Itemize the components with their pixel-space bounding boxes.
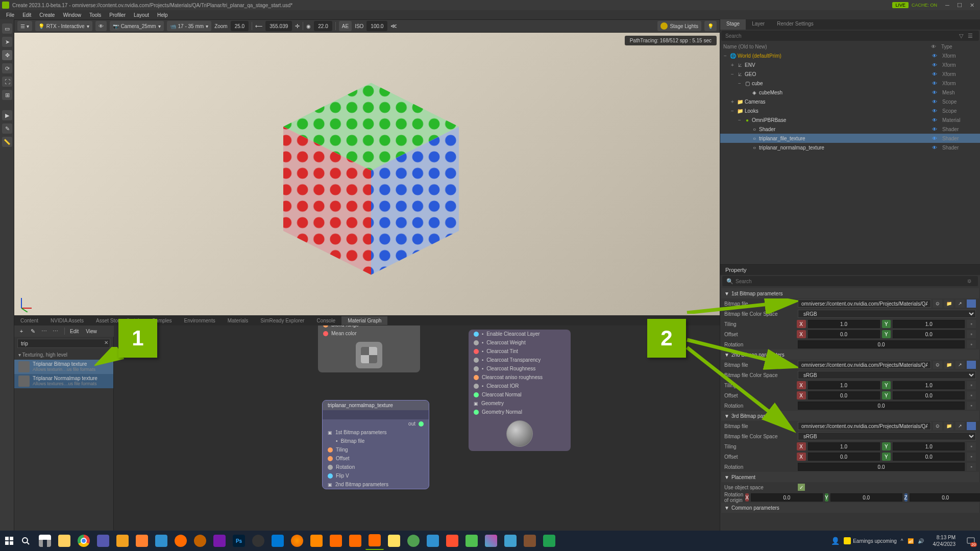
insert-icon[interactable]: ⊙ — [933, 361, 942, 369]
graph-canvas[interactable]: Blend range Mean color triplanar_normalm… — [114, 325, 720, 531]
bitmap-file-input-2[interactable] — [798, 361, 931, 369]
taskbar-omniverse-1[interactable] — [327, 532, 345, 550]
menu-file[interactable]: File — [2, 11, 18, 19]
colorspace-select-3[interactable]: sRGB — [798, 432, 976, 440]
visibility-toggle[interactable]: 👁 — [927, 71, 942, 77]
tiling-y-2[interactable] — [893, 381, 965, 389]
tool-snap[interactable]: ⊞ — [2, 90, 12, 100]
tab-content[interactable]: Content — [14, 316, 44, 325]
taskbar-teams[interactable] — [94, 532, 112, 550]
taskbar-app-4[interactable] — [307, 532, 326, 550]
tray-people-icon[interactable]: 👤 — [831, 537, 840, 545]
taskbar-houdini[interactable] — [172, 532, 190, 550]
link-icon[interactable]: ↗ — [955, 299, 965, 308]
stage-search-input[interactable] — [725, 33, 957, 39]
port-clearcoat-roughness[interactable]: Clearcoat Roughness — [486, 366, 535, 371]
tree-toggle[interactable]: + — [729, 62, 736, 68]
tree-toggle[interactable]: + — [729, 99, 736, 105]
tool-rotate[interactable]: ⟳ — [2, 63, 12, 73]
property-tab[interactable]: Property — [720, 265, 980, 275]
reset-icon[interactable]: ▫ — [967, 463, 976, 471]
visibility-toggle[interactable]: 👁 — [927, 90, 942, 95]
focal-value[interactable]: 355.039 — [265, 21, 292, 31]
tab-render-settings[interactable]: Render Settings — [771, 19, 820, 30]
taskbar-taskview[interactable] — [36, 532, 54, 550]
port-mean-color[interactable]: Mean color — [331, 331, 356, 336]
tool-play[interactable]: ▶ — [2, 110, 12, 120]
tool-select[interactable]: ▭ — [2, 23, 12, 34]
header-type[interactable]: Type — [941, 44, 977, 49]
tree-row-shader[interactable]: ○Shader👁Shader — [720, 124, 980, 134]
visibility-toggle[interactable]: 👁 — [927, 145, 942, 151]
port-blend-range[interactable]: Blend range — [331, 325, 359, 328]
colorspace-select-1[interactable]: sRGB — [798, 310, 976, 318]
zoom-value[interactable]: 25.0 — [231, 21, 249, 31]
reset-icon[interactable]: ▫ — [967, 402, 976, 410]
tree-row-triplanar_file_texture[interactable]: ○triplanar_file_texture👁Shader — [720, 134, 980, 143]
port-clearcoat-ior[interactable]: Clearcoat IOR — [486, 383, 519, 389]
section-common-params[interactable]: ▼ Common parameters — [721, 503, 979, 513]
menu-tools[interactable]: Tools — [85, 11, 105, 19]
tree-row-triplanar_normalmap_texture[interactable]: ○triplanar_normalmap_texture👁Shader — [720, 143, 980, 152]
taskbar-app-1[interactable] — [113, 532, 132, 550]
reset-icon[interactable]: ▫ — [967, 320, 976, 328]
tree-row-looks[interactable]: −📁Looks👁Scope — [720, 106, 980, 115]
taskbar-explorer[interactable] — [55, 532, 74, 550]
clear-search-icon[interactable]: ✕ — [104, 340, 108, 345]
tree-row-env[interactable]: +⟀ENV👁Xform — [720, 60, 980, 69]
rot-origin-x[interactable] — [751, 493, 823, 502]
menu-create[interactable]: Create — [35, 11, 59, 19]
port-rotation[interactable]: Rotation — [336, 464, 355, 470]
taskbar-stickies[interactable] — [385, 532, 403, 550]
tab-materials[interactable]: Materials — [222, 316, 255, 325]
visibility-toggle[interactable]: 👁 — [927, 53, 942, 59]
taskbar-app-5[interactable] — [404, 532, 423, 550]
add-button[interactable]: + — [17, 327, 26, 335]
taskbar-everything[interactable] — [133, 532, 151, 550]
tab-layer[interactable]: Layer — [746, 19, 771, 30]
header-name[interactable]: Name (Old to New) — [723, 44, 926, 49]
bitmap-file-input-3[interactable] — [798, 422, 931, 430]
rotation-3[interactable] — [798, 463, 965, 471]
taskbar-chrome[interactable] — [75, 532, 93, 550]
swatch-icon[interactable] — [967, 361, 976, 369]
taskbar-omniverse-2[interactable] — [346, 532, 364, 550]
visibility-toggle[interactable]: 👁 — [927, 108, 942, 114]
offset-y-3[interactable] — [893, 453, 965, 461]
maximize-button[interactable]: ☐ — [953, 1, 966, 9]
tray-clock[interactable]: 8:13 PM 4/24/2023 — [928, 534, 961, 547]
offset-x-2[interactable] — [808, 391, 880, 399]
port-enable-clearcoat[interactable]: Enable Clearcoat Layer — [486, 331, 540, 337]
port-clearcoat-normal[interactable]: Clearcoat Normal — [482, 392, 522, 397]
tool-move[interactable]: ✥ — [2, 50, 12, 60]
reset-icon[interactable]: ▫ — [967, 442, 976, 450]
folder-icon[interactable]: 📁 — [944, 299, 953, 308]
tiling-y-3[interactable] — [893, 442, 965, 450]
viewport[interactable]: PathTracing: 168/512 spp : 5.15 sec — [14, 33, 720, 315]
port-bitmap-file[interactable]: Bitmap file — [341, 438, 365, 444]
taskbar-omniverse-create[interactable] — [365, 532, 384, 550]
rot-origin-y[interactable] — [830, 493, 902, 502]
port-geometry-normal[interactable]: Geometry Normal — [482, 409, 522, 415]
taskbar-search[interactable] — [16, 532, 35, 550]
tab-material-graph[interactable]: Material Graph — [341, 316, 387, 325]
lens-dropdown[interactable]: 📹 17 - 35 mm ▾ — [167, 21, 212, 31]
tab-environments[interactable]: Environments — [178, 316, 222, 325]
tree-row-cube[interactable]: −▢cube👁Xform — [720, 79, 980, 88]
bitmap-file-input-1[interactable] — [798, 299, 931, 308]
rotation-2[interactable] — [798, 402, 965, 410]
menu-profiler[interactable]: Profiler — [105, 11, 130, 19]
menu-window[interactable]: Window — [59, 11, 85, 19]
item-triplanar-normalmap[interactable]: Triplanar Normalmap texture Allows textu… — [14, 374, 113, 388]
taskbar-app-2[interactable] — [152, 532, 170, 550]
menu-edit[interactable]: Edit — [18, 11, 35, 19]
port-clearcoat-transparency[interactable]: Clearcoat Transparency — [486, 357, 541, 363]
colorspace-select-2[interactable]: sRGB — [798, 371, 976, 379]
section-1st-bitmap[interactable]: 1st Bitmap parameters — [335, 430, 387, 435]
iso-value[interactable]: 100.0 — [366, 21, 387, 31]
taskbar-app-6[interactable] — [424, 532, 442, 550]
taskbar-onenote[interactable] — [210, 532, 229, 550]
tree-row-omnipbrbase[interactable]: −●OmniPBRBase👁Material — [720, 115, 980, 124]
offset-y-1[interactable] — [893, 330, 965, 338]
port-offset[interactable]: Offset — [336, 456, 350, 461]
